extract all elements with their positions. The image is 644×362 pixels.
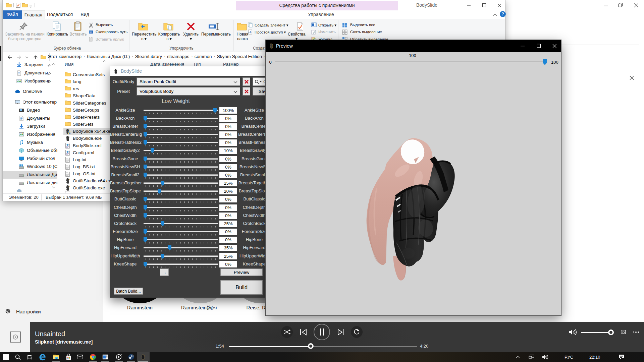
svg-text:W..: W..: [90, 31, 93, 34]
